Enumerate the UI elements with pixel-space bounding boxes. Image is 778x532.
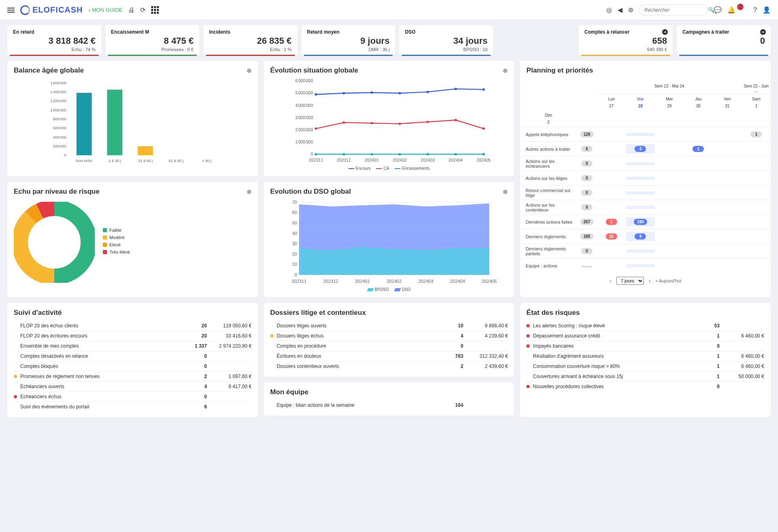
list-item[interactable]: Consommation couverture risque > 80% 1 6… (526, 361, 764, 372)
next-icon[interactable]: › (649, 278, 651, 284)
search-box[interactable]: 🔍 (639, 4, 708, 15)
planning-cell[interactable] (626, 177, 655, 180)
planning-cell[interactable] (713, 206, 742, 209)
kpi-card[interactable]: En retard 3 818 842 € Echu : 74 % (7, 25, 101, 56)
planning-cell[interactable] (742, 220, 771, 224)
planning-cell[interactable] (626, 250, 655, 253)
list-item[interactable]: Dossiers litiges ouverts 10 9 886,40 € (270, 321, 508, 331)
planning-cell[interactable] (655, 220, 684, 224)
planning-row[interactable]: Derniers règlements 185159 (520, 229, 771, 244)
menu-icon[interactable] (7, 8, 15, 13)
kpi-card[interactable]: Incidents 26 835 € Echu : 1 % (203, 25, 297, 56)
planning-cell[interactable] (742, 206, 771, 209)
planning-cell[interactable] (655, 147, 684, 151)
planning-cell[interactable] (626, 162, 655, 165)
planning-cell[interactable] (742, 235, 771, 238)
planning-cell[interactable] (684, 206, 713, 209)
planning-cell[interactable] (684, 133, 713, 136)
planning-cell[interactable] (684, 177, 713, 180)
planning-row[interactable]: Actions sur les litiges 0 (520, 171, 771, 185)
planning-cell[interactable]: 3 (626, 144, 655, 154)
planning-cell[interactable]: 1 (597, 217, 626, 226)
list-item[interactable]: FLOP 20 des écritures encours 20 33 416,… (14, 331, 252, 341)
planning-cell[interactable] (626, 264, 655, 267)
refresh-icon[interactable]: ⟳ (140, 6, 145, 14)
planning-cell[interactable] (713, 220, 742, 224)
list-item[interactable]: Dépassement assurance crédit 1 6 460,00 … (526, 331, 764, 341)
planning-cell[interactable] (655, 162, 684, 165)
planning-cell[interactable] (684, 191, 713, 194)
list-item[interactable]: Promesses de règlement non tenues 2 1 09… (14, 372, 252, 382)
compass-icon[interactable]: ⊚ (628, 6, 633, 14)
planning-cell[interactable]: 160 (626, 217, 655, 226)
planning-cell[interactable] (597, 250, 626, 253)
planning-cell[interactable] (713, 235, 742, 238)
planning-row[interactable]: Appels téléphoniques 1281 (520, 127, 771, 141)
planning-cell[interactable] (655, 206, 684, 209)
planning-cell[interactable] (742, 191, 771, 194)
list-item[interactable]: FLOP 20 des échus clients 20 119 050,60 … (14, 321, 252, 331)
list-item[interactable]: Dossiers litiges échus 4 4 239,60 € (270, 331, 508, 341)
planning-row[interactable]: Actions sur les contentieux 0 (520, 200, 771, 214)
chat-icon[interactable]: 💬 (714, 6, 722, 14)
list-item[interactable]: Ensemble de mes comptes 1 337 2 974 220,… (14, 341, 252, 351)
apps-icon[interactable] (151, 6, 159, 14)
planning-cell[interactable] (684, 264, 713, 267)
planning-cell[interactable] (597, 206, 626, 209)
planning-cell[interactable] (655, 250, 684, 253)
list-item[interactable]: Écritures en douteux 783 312 332,40 € (270, 351, 508, 361)
planning-row[interactable]: Actions sur les échéanciers 0 (520, 156, 771, 171)
search-input[interactable] (644, 7, 705, 13)
arrow-icon[interactable]: ➜ (760, 29, 766, 35)
planning-cell[interactable] (655, 177, 684, 180)
zoom-icon[interactable]: ⊕ (247, 67, 252, 74)
planning-row[interactable]: Dernières actions faites 2671160 (520, 214, 771, 229)
prev-icon[interactable]: ‹ (609, 278, 611, 284)
list-item[interactable]: Nouvelles procédures collectives 0 (526, 382, 764, 391)
planning-cell[interactable] (742, 264, 771, 267)
planning-cell[interactable] (597, 177, 626, 180)
planning-cell[interactable]: 9 (626, 232, 655, 241)
list-item[interactable]: Equipe : bilan actions de la semaine 164 (270, 400, 508, 410)
kpi-card[interactable]: ➜ Comptes à relancer 658 645 390 € (579, 25, 673, 56)
planning-cell[interactable] (655, 133, 684, 136)
kpi-card[interactable]: ➜ Campagnes à traiter 0 (677, 25, 771, 56)
planning-cell[interactable]: 15 (597, 232, 626, 241)
planning-cell[interactable] (597, 264, 626, 267)
planning-cell[interactable] (684, 162, 713, 165)
planning-cell[interactable] (742, 177, 771, 180)
planning-cell[interactable] (742, 162, 771, 165)
today-link[interactable]: » Aujourd'hui (656, 278, 681, 283)
planning-cell[interactable] (626, 206, 655, 209)
zoom-icon[interactable]: ⊕ (503, 67, 508, 74)
list-item[interactable]: Comptes en procédure 0 (270, 341, 508, 351)
zoom-icon[interactable]: ⊕ (503, 188, 508, 195)
planning-row[interactable]: Retour commercial sur litige 0 (520, 185, 771, 200)
planning-cell[interactable] (597, 191, 626, 194)
target-icon[interactable]: ◎ (606, 6, 612, 14)
planning-cell[interactable] (655, 191, 684, 194)
list-item[interactable]: Résiliation d'agrément assureurs 1 6 460… (526, 351, 764, 361)
planning-cell[interactable] (684, 250, 713, 253)
planning-cell[interactable] (684, 220, 713, 224)
planning-cell[interactable] (655, 264, 684, 267)
planning-cell[interactable]: 1 (684, 144, 713, 154)
list-item[interactable]: Echéanciers ouverts 4 8 417,00 € (14, 382, 252, 392)
planning-row[interactable]: Equipe : actions (520, 258, 771, 273)
planning-cell[interactable] (597, 133, 626, 136)
planning-cell[interactable] (713, 191, 742, 194)
kpi-card[interactable]: DSO 34 jours BPDSO : 10 (399, 25, 493, 56)
planning-row[interactable]: Derniers règlements partiels 0 (520, 244, 771, 258)
logo[interactable]: ELOFICASH (20, 5, 83, 15)
list-item[interactable]: Echéanciers échus 0 (14, 392, 252, 402)
user-icon[interactable]: 👤 (763, 6, 771, 14)
list-item[interactable]: Dossiers contentieux ouverts 2 2 439,60 … (270, 361, 508, 371)
planning-cell[interactable]: 1 (742, 130, 771, 139)
list-item[interactable]: Comptes bloqués 0 (14, 361, 252, 372)
kpi-card[interactable]: Encaissement M 8 475 € Promesses : 0 € (105, 25, 199, 56)
planning-cell[interactable] (742, 250, 771, 253)
planning-row[interactable]: Autres actions à traiter 631 (520, 141, 771, 156)
list-item[interactable]: Comptes désactivés en relance 0 (14, 351, 252, 361)
help-icon[interactable]: ? (753, 6, 757, 14)
planning-cell[interactable] (626, 133, 655, 136)
